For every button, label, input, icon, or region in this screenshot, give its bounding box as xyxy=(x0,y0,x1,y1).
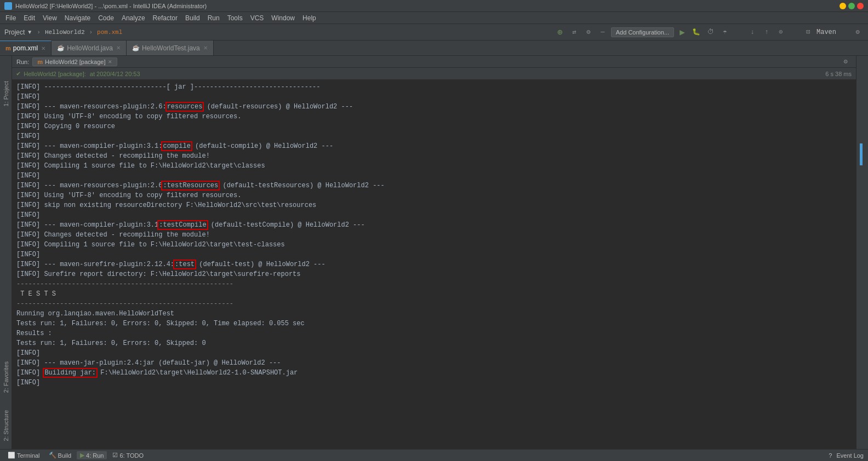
run-tab-label: 4: Run xyxy=(86,452,104,459)
bottom-tab-terminal[interactable]: ⬜ Terminal xyxy=(4,451,43,459)
bottom-tab-todo[interactable]: ☑ 6: TODO xyxy=(109,451,147,459)
breadcrumb-project: HelloWorld2 xyxy=(45,29,85,36)
run-settings-button[interactable]: ⚙ xyxy=(840,56,852,68)
vertical-tab-project[interactable]: 1: Project xyxy=(1,78,11,110)
git-update-button[interactable]: ↓ xyxy=(746,26,758,38)
menu-refactor[interactable]: Refactor xyxy=(150,13,181,23)
settings-button[interactable]: ⚙ xyxy=(583,26,595,38)
highlight-test: :test xyxy=(174,261,195,268)
run-button[interactable]: ▶ xyxy=(676,26,688,38)
highlight-compile: compile xyxy=(162,142,191,150)
console-line: [INFO] Surefire report directory: F:\Hel… xyxy=(16,269,852,279)
run-tab-icon: m xyxy=(37,59,43,65)
debug-button[interactable]: 🐛 xyxy=(690,26,703,38)
tab-close-test[interactable]: ✕ xyxy=(203,45,208,51)
highlight-resources: resources xyxy=(167,103,203,111)
console-output[interactable]: [INFO] -------------------------------[ … xyxy=(12,80,856,449)
vertical-tab-structure[interactable]: 2: Structure xyxy=(1,407,11,445)
new-element-button[interactable]: ⊕ xyxy=(554,26,566,38)
menu-bar: File Edit View Navigate Code Analyze Ref… xyxy=(0,12,868,24)
toolbar: Project ▼ › HelloWorld2 › pom.xml ⊕ ⇄ ⚙ … xyxy=(0,24,868,41)
run-bar: Run: m HelloWorld2 [package] ✕ ⚙ xyxy=(12,56,856,68)
build-result-bar: ✔ HelloWorld2 [package]: at 2020/4/12 20… xyxy=(12,68,856,80)
menu-navigate[interactable]: Navigate xyxy=(61,13,94,23)
console-line: [INFO] --- maven-compiler-plugin:3.1:com… xyxy=(16,141,852,151)
todo-icon: ☑ xyxy=(112,452,118,459)
console-line: [INFO] Changes detected - recompiling th… xyxy=(16,151,852,161)
menu-window[interactable]: Window xyxy=(268,13,298,23)
bottom-status-help[interactable]: ? xyxy=(829,452,832,459)
add-configuration-button[interactable]: Add Configuration... xyxy=(611,27,674,37)
terminal-button[interactable]: ⊡ xyxy=(802,26,814,38)
build-status: at 2020/4/12 20:53 xyxy=(90,71,140,77)
console-line: [INFO] Changes detected - recompiling th… xyxy=(16,230,852,240)
maximize-button[interactable] xyxy=(848,3,855,9)
terminal-icon: ⬜ xyxy=(8,452,15,459)
highlight-testcompile: :testCompile xyxy=(158,221,207,229)
menu-code[interactable]: Code xyxy=(95,13,117,23)
profile-button[interactable]: ⏱ xyxy=(705,26,717,38)
coverage-button[interactable]: ☂ xyxy=(719,26,731,38)
menu-vcs[interactable]: VCS xyxy=(247,13,267,23)
tab-label-hello: HelloWorld.java xyxy=(67,44,113,52)
maven-label: Maven xyxy=(816,28,836,36)
console-separator-1: ----------------------------------------… xyxy=(16,279,852,289)
console-line: [INFO] xyxy=(16,92,852,102)
menu-help[interactable]: Help xyxy=(299,13,319,23)
tab-helloworldtest[interactable]: ☕ HelloWorldTest.java ✕ xyxy=(127,41,214,55)
menu-analyze[interactable]: Analyze xyxy=(118,13,149,23)
bottom-right: ? Event Log xyxy=(829,452,864,459)
run-tab-close[interactable]: ✕ xyxy=(108,59,112,65)
terminal-label: Terminal xyxy=(17,452,40,459)
console-line: [INFO] xyxy=(16,378,852,388)
console-line: [INFO] --- maven-compiler-plugin:3.1:tes… xyxy=(16,220,852,230)
run-tab-package[interactable]: m HelloWorld2 [package] ✕ xyxy=(32,57,117,66)
console-line: [INFO] Using 'UTF-8' encoding to copy fi… xyxy=(16,112,852,122)
console-line: [INFO] Copying 0 resource xyxy=(16,122,852,131)
title-bar: HelloWorld2 [F:\HelloWorld2] - ...\pom.x… xyxy=(0,0,868,12)
close-button[interactable] xyxy=(857,3,864,9)
console-separator-2: ----------------------------------------… xyxy=(16,299,852,309)
right-sidebar xyxy=(856,56,868,449)
console-line: [INFO] --- maven-surefire-plugin:2.12.4:… xyxy=(16,260,852,269)
menu-view[interactable]: View xyxy=(39,13,60,23)
tab-close-hello[interactable]: ✕ xyxy=(116,45,121,51)
console-line: [INFO] Using 'UTF-8' encoding to copy fi… xyxy=(16,191,852,200)
java-test-file-icon: ☕ xyxy=(132,44,140,51)
console-line: [INFO] xyxy=(16,131,852,141)
app-icon xyxy=(4,2,12,10)
minimize-button[interactable] xyxy=(840,3,846,9)
minus-button[interactable]: ─ xyxy=(597,26,609,38)
java-file-icon: ☕ xyxy=(57,44,65,51)
project-selector[interactable]: Project ▼ xyxy=(4,28,32,36)
settings2-button[interactable]: ⚙ xyxy=(852,26,864,38)
window-title: HelloWorld2 [F:\HelloWorld2] - ...\pom.x… xyxy=(15,3,207,9)
vertical-tab-favorites[interactable]: 2: Favorites xyxy=(1,358,11,396)
tab-bar: m pom.xml ✕ ☕ HelloWorld.java ✕ ☕ HelloW… xyxy=(0,41,868,56)
sync-button[interactable]: ⇄ xyxy=(568,26,580,38)
breadcrumb-separator: › xyxy=(37,29,41,36)
build-icon: 🔨 xyxy=(49,452,56,459)
tab-label-pom: pom.xml xyxy=(13,44,38,52)
tab-pom-xml[interactable]: m pom.xml ✕ xyxy=(0,41,52,55)
dropdown-icon: ▼ xyxy=(27,29,32,35)
console-line: [INFO] xyxy=(16,210,852,220)
menu-build[interactable]: Build xyxy=(182,13,203,23)
bottom-tab-run[interactable]: ▶ 4: Run xyxy=(77,451,107,459)
menu-edit[interactable]: Edit xyxy=(20,13,38,23)
menu-file[interactable]: File xyxy=(2,13,19,23)
console-line: [INFO] xyxy=(16,348,852,358)
menu-tools[interactable]: Tools xyxy=(224,13,246,23)
bottom-tab-build[interactable]: 🔨 Build xyxy=(45,451,75,459)
tab-close-pom[interactable]: ✕ xyxy=(41,45,45,51)
menu-run[interactable]: Run xyxy=(204,13,223,23)
tab-helloworld[interactable]: ☕ HelloWorld.java ✕ xyxy=(52,41,127,55)
bottom-status-event-log[interactable]: Event Log xyxy=(836,452,864,459)
history-button[interactable]: ⊙ xyxy=(775,26,787,38)
project-label: Project xyxy=(4,28,25,36)
window-controls xyxy=(840,3,864,9)
console-line: Running org.lanqiao.maven.HelloWorldTest xyxy=(16,309,852,319)
console-line: [INFO] skip non existing resourceDirecto… xyxy=(16,200,852,210)
right-indicator xyxy=(860,143,863,165)
git-push-button[interactable]: ↑ xyxy=(761,26,773,38)
